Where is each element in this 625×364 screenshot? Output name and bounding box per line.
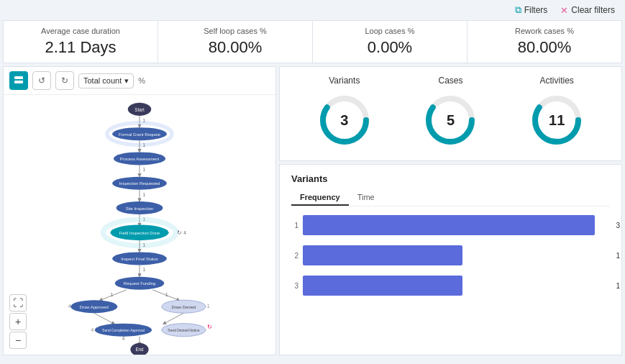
donut-cases-chart: 5 <box>421 91 479 149</box>
node-inspect-final-label: Inspect Final Status <box>121 257 158 261</box>
filters-button[interactable]: ⧉ Filters <box>512 3 551 17</box>
variants-title: Variants <box>291 173 610 184</box>
clear-icon: ✕ <box>560 5 568 16</box>
svg-rect-1 <box>14 81 23 83</box>
clear-filters-label: Clear filters <box>571 5 615 15</box>
edge-label-8a: 1 <box>110 292 113 297</box>
left-toolbar: ↺ ↻ Total count ▾ % <box>4 67 275 95</box>
right-panel: Variants 3 Cases 5 <box>279 66 622 355</box>
donut-variants-chart: 3 <box>316 91 373 149</box>
zoom-out-button[interactable]: − <box>9 332 27 349</box>
donut-variants-value: 3 <box>340 112 348 129</box>
node-count-denied: 1 <box>207 303 210 309</box>
stat-value-0: 2.11 Days <box>11 38 150 57</box>
stat-loop-cases: Loop cases % 0.00% <box>313 21 467 63</box>
variant-bar-wrap-3: 1 <box>303 276 610 296</box>
donut-cases: Cases 5 <box>421 76 479 149</box>
variant-bar-wrap-1: 3 <box>303 215 610 235</box>
undo-icon-button[interactable]: ↺ <box>32 71 51 90</box>
variant-bar-2 <box>303 245 462 265</box>
stat-label-3: Rework cases % <box>475 27 614 35</box>
stat-rework: Rework cases % 80.00% <box>467 21 621 63</box>
variant-bar-count-2: 1 <box>616 252 620 260</box>
table-row: 2 1 <box>291 245 610 265</box>
left-panel: ↺ ↻ Total count ▾ % Sta <box>3 66 276 355</box>
node-site-inspection-label: Site Inspection <box>126 206 153 211</box>
node-inspection-req-label: Inspection Requested <box>119 181 160 186</box>
donut-variants-label: Variants <box>329 76 360 86</box>
stat-label-2: Loop cases % <box>320 27 460 35</box>
variant-num-3: 3 <box>291 282 298 290</box>
stat-value-1: 80.00% <box>165 38 305 57</box>
stat-value-2: 0.00% <box>320 38 460 57</box>
plus-icon: + <box>15 316 21 327</box>
edge-label-6: 1 <box>143 242 146 247</box>
loop-icon: ↻ <box>177 229 182 236</box>
merge-count: 4 <box>122 336 125 341</box>
variant-bar-count-1: 3 <box>616 222 620 229</box>
variant-bars: 1 3 2 1 3 1 <box>291 215 610 296</box>
edge-label-4: 1 <box>143 192 146 197</box>
count-dropdown[interactable]: Total count ▾ <box>78 73 134 88</box>
node-formal-grant-label: Formal Grant Request <box>119 132 160 137</box>
fullscreen-button[interactable]: ⛶ <box>9 294 27 311</box>
percent-label: % <box>138 76 145 85</box>
table-row: 3 1 <box>291 276 610 296</box>
tab-frequency[interactable]: Frequency <box>291 190 349 206</box>
donut-variants: Variants 3 <box>316 76 373 149</box>
map-icon-button[interactable] <box>9 71 28 90</box>
donut-cases-label: Cases <box>438 76 462 86</box>
loop-icon-2: ↻ <box>207 324 212 330</box>
process-map-svg: Start 1 Formal Grant Request 1 Process A… <box>4 95 275 355</box>
variant-bar-count-3: 1 <box>616 282 620 290</box>
stat-avg-duration: Average case duration 2.11 Days <box>4 21 158 63</box>
minus-icon: − <box>15 335 21 346</box>
node-send-completion-label: Send Completion Approval <box>102 329 145 332</box>
donut-cases-value: 5 <box>447 112 455 129</box>
edge-label-3: 1 <box>143 167 146 172</box>
svg-rect-0 <box>14 76 23 79</box>
tab-time[interactable]: Time <box>349 190 383 206</box>
table-row: 1 3 <box>291 215 610 235</box>
stat-self-loop: Self loop cases % 80.00% <box>158 21 313 63</box>
process-map: Start 1 Formal Grant Request 1 Process A… <box>4 95 275 355</box>
stat-label-0: Average case duration <box>11 27 150 35</box>
stats-row: Average case duration 2.11 Days Self loo… <box>3 20 622 63</box>
edge-label-7: 1 <box>143 267 146 272</box>
node-draw-denied-label: Draw Denied <box>171 305 196 309</box>
edge-label-8b: 1 <box>165 292 168 297</box>
node-count-approved: 4 <box>68 303 71 309</box>
count-dropdown-label: Total count <box>83 76 122 85</box>
node-count-send: 4 <box>91 327 93 333</box>
variant-bar-3 <box>303 276 462 296</box>
variant-num-1: 1 <box>291 222 298 229</box>
node-field-inspection-label: Field Inspection Done <box>119 231 160 235</box>
map-icon <box>14 76 24 86</box>
undo-icon: ↺ <box>38 76 45 86</box>
variants-section: Variants Frequency Time 1 3 2 1 <box>279 164 622 355</box>
top-bar: ⧉ Filters ✕ Clear filters <box>0 0 625 20</box>
node-draw-approved-label: Draw Approved <box>80 305 109 309</box>
node-send-denied-label: Send Denied Notice <box>168 329 199 332</box>
fullscreen-icon: ⛶ <box>13 297 23 309</box>
zoom-in-button[interactable]: + <box>9 313 27 330</box>
variant-bar-1 <box>303 215 595 235</box>
redo-icon-button[interactable]: ↻ <box>55 71 74 90</box>
main-content: ↺ ↻ Total count ▾ % Sta <box>0 66 625 358</box>
variant-num-2: 2 <box>291 252 298 260</box>
arrow-8a <box>101 290 127 300</box>
filters-label: Filters <box>524 5 548 15</box>
donut-activities-value: 11 <box>549 112 565 129</box>
redo-icon: ↻ <box>61 76 68 86</box>
arrow-9a <box>94 313 114 323</box>
edge-label-2: 1 <box>143 142 146 147</box>
clear-filters-button[interactable]: ✕ Clear filters <box>557 4 618 17</box>
donut-activities: Activities 11 <box>528 76 585 149</box>
stat-value-3: 80.00% <box>475 38 614 57</box>
donut-activities-chart: 11 <box>528 91 585 149</box>
filter-icon: ⧉ <box>515 4 521 16</box>
arrow-9b <box>164 313 183 323</box>
loop-count: 4 <box>183 230 186 235</box>
donut-activities-label: Activities <box>539 76 573 86</box>
chevron-down-icon: ▾ <box>124 76 129 86</box>
